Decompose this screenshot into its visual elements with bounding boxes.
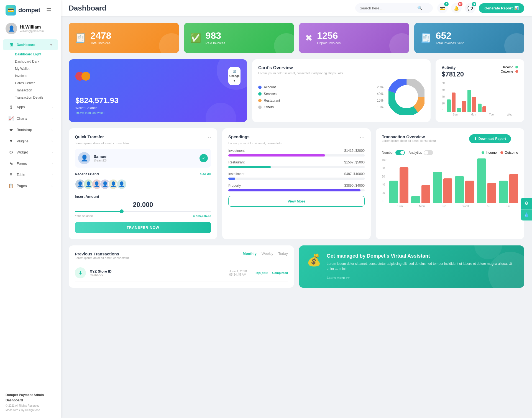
sidebar-item-pages[interactable]: 📋 Pages › [3,180,58,191]
prev-transactions-card: Previous Transactions Lorem ipsum dolor … [69,245,294,288]
bar-group-mon [457,101,466,112]
bell-icon-btn[interactable]: 🔔 12 [451,3,462,13]
transfer-user-avatar: 👤 [78,152,90,164]
label-wed: Wed [507,113,512,116]
legend-row-services: Services 40% [258,92,383,96]
sidebar-item-dashboard[interactable]: ⊞ Dashboard ▼ [3,39,58,50]
content-area: 🧾 2478 Total Invoices ✅ 983 Paid Invoice… [61,16,532,418]
page-title: Dashboard [69,4,351,12]
sidebar-item-widget[interactable]: ⚙ Widget › [3,147,58,158]
submenu-dashboard-dark[interactable]: Dashboard Dark [12,58,61,65]
legend-dot-account [258,86,262,89]
sidebar-item-plugins[interactable]: ♥ Plugins › [3,136,58,146]
chat-icon-btn[interactable]: 💬 5 [465,3,475,13]
toggle-row: Number Analytics Income [382,150,518,155]
submenu-dashboard-light[interactable]: Dashboard Light [12,51,61,58]
legend-label-account: Account [264,85,276,89]
sidebar-item-bootstrap[interactable]: ★ Bootstrap › [3,124,58,135]
qt-title: Quick Transfer [75,134,104,139]
activity-title: Activity [442,65,464,70]
spending-installment-label: Installment [228,172,244,176]
recent-friend-row: Recent Friend See All [75,172,211,176]
big-income-sun [389,181,398,203]
submenu-transaction[interactable]: Transaction [12,87,61,94]
amount-slider-fill [75,211,122,212]
bar-group-sun [447,93,456,112]
transaction-overview-card: Transaction Overview Lorem ipsum dolor s… [376,128,524,239]
submenu-my-wallet[interactable]: My Wallet [12,65,61,72]
theme-float-button[interactable]: 💧 [521,209,532,220]
big-bar-wed [455,176,474,203]
tx-bar-chart-area: 020406080100 [382,158,518,208]
property-progress-fill [228,189,360,191]
income-dot [515,66,518,68]
legend-dot-restaurant [258,99,262,102]
sidebar-item-apps[interactable]: ℹ Apps › [3,102,58,112]
sidebar-item-table[interactable]: ≡ Table › [3,169,58,180]
transfer-user-row: 👤 Samuel @sam224 ✓ [75,149,211,168]
sidebar-item-forms[interactable]: 🖨 Forms › [3,158,58,169]
insert-amount-label: Insert Amount [75,194,211,199]
sidebar-item-charts-label: Charts [17,116,27,120]
forms-icon: 🖨 [8,161,14,166]
activity-y-axis: 020406080 [442,81,446,112]
user-greeting: Hi,William [20,25,44,30]
float-buttons: ⚙ 💧 [521,198,532,220]
total-sent-icon: 🧾 [420,33,431,43]
stat-card-total-invoices: 🧾 2478 Total Invoices [69,23,179,53]
spendings-options-icon[interactable]: ⋯ [360,134,365,140]
sidebar-item-charts[interactable]: 📈 Charts › [3,113,58,124]
tx-row-date: June 4, 2020 05:34:45 AM [229,270,247,276]
outcome-legend: Outcome [501,70,518,73]
qt-options-icon[interactable]: ⋯ [206,134,211,140]
outcome-bar-sun [452,93,456,112]
submenu-cards-center[interactable]: Cards Center [12,80,61,87]
see-all-link[interactable]: See All [200,172,211,176]
analytics-toggle-group: Analytics [409,150,433,155]
number-toggle[interactable] [395,150,405,155]
va-learn-more-link[interactable]: Learn more >> [327,276,350,280]
widget-icon: ⚙ [8,150,14,155]
submenu-transaction-details[interactable]: Transaction Details [12,94,61,101]
big-bar-mon [411,185,430,203]
search-input[interactable] [360,6,415,10]
chevron-right-icon3: › [52,128,53,132]
label-wed2: Wed [462,204,469,208]
property-progress-track [228,189,365,191]
sidebar-item-forms-label: Forms [17,161,27,166]
spending-restaurant-amounts: $1567 /$5000 [344,160,365,164]
spending-property-label: Property [228,184,241,188]
big-income-wed [455,176,464,203]
transfer-now-button[interactable]: TRANSFER NOW [75,222,211,233]
wallet-section: 🔄 Change ▼ $824,571.93 Wallet Balance +0… [69,59,247,122]
chevron-right-icon7: › [52,173,53,176]
tx-overview-options-icon[interactable]: ⋯ [513,136,518,142]
restaurant-progress-fill [228,166,271,168]
view-more-button[interactable]: View More [228,196,365,207]
balance-label: Your Balance [75,214,93,217]
chevron-right-icon8: › [52,184,53,188]
tab-weekly[interactable]: Weekly [262,252,273,257]
income-legend-label: Income [503,65,513,69]
amount-slider-thumb[interactable] [120,209,124,213]
income-bar-wed [478,104,482,112]
generate-report-button[interactable]: Generate Report 📊 [479,3,524,13]
analytics-toggle[interactable] [424,150,433,155]
spendings-subtitle: Lorem ipsum dolor sit amet, consectetur [228,142,365,145]
sidebar-user: 👤 Hi,William william@gmail.com [0,19,61,37]
unpaid-invoices-label: Unpaid Invoices [317,41,341,45]
wallet-icon-btn[interactable]: 💳 2 [437,3,448,13]
settings-float-button[interactable]: ⚙ [521,198,532,209]
transfer-user-info: Samuel @sam224 [94,154,108,162]
outcome-bar-wed [482,106,486,112]
hamburger-icon[interactable]: ☰ [45,6,52,15]
tab-monthly[interactable]: Monthly [243,252,257,257]
installment-progress-track [228,178,365,180]
download-report-button[interactable]: ⬇ Download Report [469,134,511,143]
label-fri2: Fri [507,204,510,208]
legend-row-others: Others 15% [258,105,383,109]
tab-today[interactable]: Today [278,252,288,257]
tx-row-icon: ⬇ [75,267,86,278]
submenu-invoices[interactable]: Invoices [12,72,61,80]
paid-invoices-icon: ✅ [190,33,201,43]
